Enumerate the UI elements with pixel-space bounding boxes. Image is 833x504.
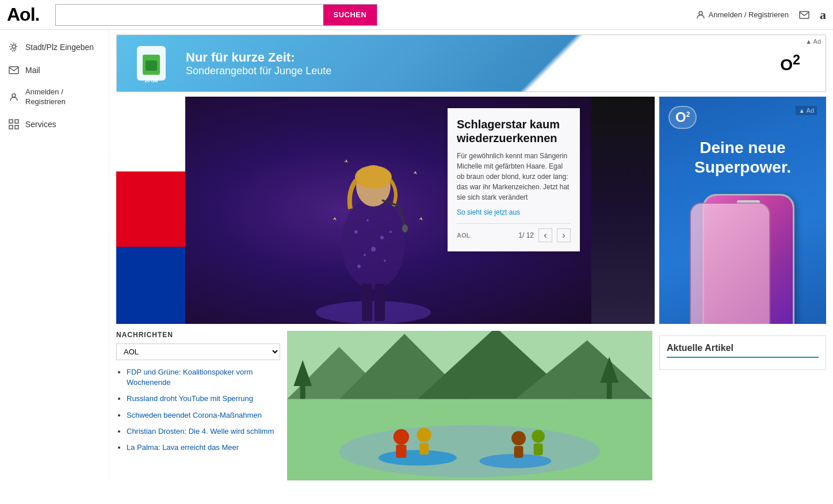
main-content: 20 GB 20 GB Nur für kurze Zeit: Sonderan… (109, 30, 833, 480)
slide-next-button[interactable]: › (557, 228, 571, 242)
sidebar-login-label: Anmelden /Registrieren (25, 87, 66, 107)
svg-rect-1 (800, 12, 809, 18)
svg-point-16 (354, 230, 358, 234)
svg-rect-33 (362, 284, 372, 321)
svg-point-20 (384, 259, 386, 262)
mail-header-link[interactable] (799, 10, 809, 20)
banner-ad[interactable]: 20 GB 20 GB Nur für kurze Zeit: Sonderan… (116, 35, 826, 92)
banner-text: Nur für kurze Zeit: Sonderangebot für Ju… (186, 50, 331, 77)
svg-point-52 (511, 431, 526, 445)
svg-point-17 (366, 219, 369, 222)
banner-main-text: Nur für kurze Zeit: (186, 50, 331, 65)
sidebar-weather-label: Stadt/Plz Eingeben (25, 43, 94, 52)
banner-sub-text: Sonderangebot für Junge Leute (186, 65, 331, 77)
svg-marker-29 (345, 159, 348, 163)
svg-point-19 (364, 254, 366, 256)
aktuelle-section: Aktuelle Artikel (659, 335, 826, 370)
svg-point-22 (371, 247, 376, 251)
slide-left-flag (116, 97, 185, 324)
news-link-1[interactable]: FDP und Grüne: Koalitionspoker vorm Woch… (127, 368, 253, 387)
slide-info-box: Schlagerstar kaum wiederzuerkennen Für g… (448, 108, 580, 251)
slide-body: Für gewöhnlich kennt man Sängerin Michel… (457, 151, 571, 203)
flag-image (116, 97, 185, 324)
news-list: FDP und Grüne: Koalitionspoker vorm Woch… (116, 367, 280, 453)
slide-prev-button[interactable]: ‹ (538, 228, 552, 242)
right-ad-headline: Deine neue Superpower. (694, 138, 791, 177)
svg-rect-49 (396, 445, 406, 458)
sidebar-item-weather[interactable]: Stadt/Plz Eingeben (0, 36, 109, 59)
svg-point-4 (12, 94, 16, 97)
list-item: Christian Drosten: Die 4. Welle wird sch… (127, 426, 280, 437)
amazon-link[interactable]: a (820, 7, 826, 22)
layout: Stadt/Plz Eingeben Mail Anmelden /Regist… (0, 30, 833, 480)
list-item: FDP und Grüne: Koalitionspoker vorm Woch… (127, 367, 280, 388)
sidebar-mail-label: Mail (25, 66, 40, 75)
svg-rect-51 (419, 443, 429, 455)
phone-graphic (685, 188, 800, 291)
sidebar-item-login[interactable]: Anmelden /Registrieren (0, 82, 109, 113)
svg-rect-6 (15, 120, 18, 123)
svg-rect-34 (375, 284, 385, 321)
aktuelle-title: Aktuelle Artikel (667, 343, 819, 358)
svg-rect-11 (146, 60, 157, 71)
mail-header-icon (799, 10, 809, 20)
right-ad-column: Aktuelle Artikel (659, 331, 826, 480)
svg-point-25 (355, 166, 392, 189)
logo[interactable]: Aol. (7, 4, 39, 25)
news-link-4[interactable]: Christian Drosten: Die 4. Welle wird sch… (127, 427, 274, 436)
news-title: NACHRICHTEN (116, 331, 280, 339)
svg-point-21 (357, 265, 361, 268)
news-link-3[interactable]: Schweden beendet Corona-Maßnahmen (127, 411, 262, 419)
svg-rect-8 (15, 125, 18, 129)
login-label: Anmelden / Registrieren (709, 10, 789, 19)
svg-point-14 (316, 301, 431, 324)
header: Aol. SUCHEN Anmelden / Registrieren a (0, 0, 833, 30)
list-item: Russland droht YouTube mit Sperrung (127, 394, 280, 404)
right-ad-close-button[interactable]: ▲ Ad (796, 106, 817, 115)
user-sidebar-icon (8, 91, 20, 103)
search-input[interactable] (56, 5, 323, 25)
user-icon (696, 10, 706, 20)
svg-point-54 (532, 430, 545, 443)
video-area[interactable]: walbusch.de (287, 331, 652, 480)
right-ad[interactable]: O2 ▲ Ad Deine neue Superpower. (659, 97, 826, 324)
svg-point-28 (402, 224, 408, 232)
slide-nav: 1/ 12 ‹ › (518, 228, 571, 242)
slide-right-image (591, 97, 655, 324)
slide-source: AOL (457, 232, 470, 239)
slide-link[interactable]: So sieht sie jetzt aus (457, 208, 520, 216)
sidebar: Stadt/Plz Eingeben Mail Anmelden /Regist… (0, 30, 109, 480)
svg-point-2 (12, 45, 16, 48)
o2-brand-logo: O2 (772, 49, 808, 78)
svg-point-50 (417, 428, 431, 442)
login-link[interactable]: Anmelden / Registrieren (696, 10, 789, 20)
svg-rect-5 (9, 120, 13, 123)
news-link-5[interactable]: La Palma: Lava erreicht das Meer (127, 443, 239, 452)
list-item: Schweden beendet Corona-Maßnahmen (127, 410, 280, 421)
banner-close-button[interactable]: ▲ Ad (803, 37, 823, 45)
bottom-section: NACHRICHTEN AOL FDP und Grüne: Koalition… (116, 331, 826, 480)
sidebar-item-services[interactable]: Services (0, 113, 109, 136)
sidebar-item-mail[interactable]: Mail (0, 59, 109, 82)
news-section: NACHRICHTEN AOL FDP und Grüne: Koalition… (116, 331, 280, 480)
news-source-dropdown[interactable]: AOL (116, 343, 280, 360)
weather-icon (8, 41, 20, 53)
svg-point-46 (379, 450, 457, 465)
svg-marker-30 (414, 171, 417, 174)
grid-icon (8, 119, 20, 130)
svg-text:20 GB: 20 GB (146, 75, 157, 79)
news-link-2[interactable]: Russland droht YouTube mit Sperrung (127, 394, 253, 403)
slide-counter: 1/ 12 (518, 231, 534, 239)
svg-point-45 (339, 425, 601, 478)
list-item: La Palma: Lava erreicht das Meer (127, 442, 280, 453)
slideshow: Schlagerstar kaum wiederzuerkennen Für g… (116, 97, 655, 324)
mail-icon (8, 64, 20, 76)
amazon-icon: a (820, 7, 826, 22)
sidebar-services-label: Services (25, 120, 56, 129)
svg-rect-55 (534, 444, 543, 455)
o2-right-logo: O2 (668, 106, 697, 129)
search-bar: SUCHEN (55, 4, 377, 26)
right-ad-top: O2 ▲ Ad (668, 106, 817, 129)
svg-marker-31 (333, 217, 337, 220)
search-button[interactable]: SUCHEN (323, 5, 377, 25)
